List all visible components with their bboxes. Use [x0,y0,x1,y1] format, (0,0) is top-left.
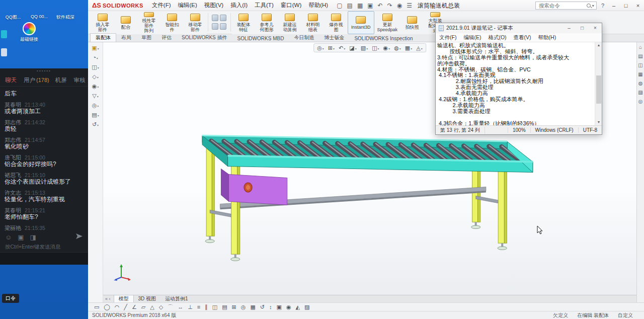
sketch-tool-icon[interactable]: ↕ [269,304,272,310]
ribbon-button[interactable]: 新建运 动算例 [278,11,301,34]
view-tool-icon[interactable]: ↶▾ [339,45,345,51]
menu-item[interactable]: 工具(T) [251,2,277,9]
command-tab[interactable]: 评估 [156,34,177,42]
desktop-icon[interactable]: QQ图... [2,1,24,21]
command-tab[interactable]: 布局 [116,34,136,42]
scroll-up-icon[interactable]: ▲ [595,42,602,48]
desktop-icon[interactable]: QQ 00... [28,1,50,21]
emoji-icon[interactable]: ☺ [5,233,12,241]
tree-tab-icon[interactable]: ◔▾ [93,54,98,61]
minimize-button[interactable]: – [562,23,576,33]
chat-drag-handle[interactable]: •••••• [0,68,88,74]
sketch-tool-icon[interactable]: ◫ [212,304,217,310]
view-tool-icon[interactable]: ◉▾ [383,45,390,51]
sketch-tool-icon[interactable]: ▨ [304,304,309,310]
desktop-icon-colorful[interactable]: 超磁链接 [15,22,43,43]
ribbon-button[interactable]: 插入零 部件 [91,11,114,34]
search-icon[interactable] [587,4,591,8]
command-tab[interactable]: SOLIDWORKS Inspection [349,35,418,42]
chat-tab[interactable]: 机屏 [55,76,68,84]
minimize-button[interactable]: – [609,3,619,9]
view-tool-icon[interactable]: ◫▾ [372,45,379,51]
ribbon-button[interactable]: 拍快照 [400,11,424,34]
ribbon-button[interactable]: 材料明 细表 [301,11,325,34]
ribbon-button[interactable]: 线性零部件 阵列 [137,11,160,34]
view-tool-icon[interactable]: ⊞▾ [328,45,335,51]
scroll-down-icon[interactable]: ▼ [595,119,602,125]
menu-item[interactable]: 帮助(H) [305,2,332,9]
partial-desktop-icon[interactable] [1,30,7,38]
tree-tab-icon[interactable]: ◫▾ [92,64,99,71]
sketch-tool-icon[interactable]: ◯ [104,304,110,310]
toolbar-icon[interactable]: ↷ [387,2,392,9]
view-tool-icon[interactable]: ◬▾ [416,45,422,51]
tree-tab-icon[interactable]: ◎▾ [92,102,99,109]
view-tool-icon[interactable]: ◪▾ [349,45,356,51]
chat-input[interactable] [0,252,88,265]
ribbon-button[interactable]: 参考几 何图形 [255,11,278,34]
close-button[interactable]: × [633,3,643,9]
ribbon-button[interactable]: 智能扣 件 [160,11,184,34]
maximize-button[interactable]: □ [576,23,589,33]
sketch-tool-icon[interactable]: ▱ [141,304,145,310]
tree-tab-icon[interactable]: ◉▾ [92,83,99,90]
password-chip[interactable]: 口令 [2,294,19,303]
menu-item[interactable]: 视图(V) [201,2,227,9]
ribbon-button[interactable]: 更新 Speedpak [374,11,401,34]
isolate-icon[interactable] [220,23,226,30]
assembly-visualization-icon[interactable] [220,15,226,21]
tree-tab-icon[interactable]: ▤▾ [92,112,99,119]
menu-item[interactable]: 帮助(H) [535,34,560,41]
sketch-tool-icon[interactable]: ⊞ [232,304,236,310]
command-tab[interactable]: 博士钣金 [319,34,349,42]
toolbar-icon[interactable]: ◉ [397,2,402,9]
image-icon[interactable]: ▣ [18,233,24,241]
sketch-tool-icon[interactable]: ▭ [94,304,99,310]
toolbar-icon[interactable]: ▤ [347,2,353,9]
task-pane-icon[interactable]: ⌂ [639,44,642,50]
tree-tab-icon[interactable]: ◇▾ [92,73,98,81]
viewport-tab[interactable]: 3D 视图 [134,295,161,302]
menu-item[interactable]: 格式(O) [485,34,510,41]
sketch-tool-icon[interactable]: ◉ [286,304,291,310]
menu-item[interactable]: 文件(F) [148,2,175,9]
ribbon-button[interactable]: 移动零 部件 [184,11,207,34]
scroll-thumb[interactable] [596,75,601,104]
sketch-tool-icon[interactable]: ∥ [205,304,208,310]
menu-item[interactable]: 插入(I) [227,2,251,9]
toolbar-icon[interactable]: ▣ [367,2,373,9]
command-tab[interactable]: SOLIDWORKS MBD [232,35,289,42]
command-tab[interactable]: 今日制造 [289,34,319,42]
desktop-icon[interactable]: 软件精深 [54,1,76,21]
menu-item[interactable]: 编辑(E) [174,2,200,9]
toolbar-icon[interactable]: ☰ [407,2,412,9]
sketch-tool-icon[interactable]: ▣ [277,304,282,310]
menu-item[interactable]: 窗口(W) [277,2,305,9]
tab-scroll-arrows[interactable]: « ‹ [105,296,111,301]
task-pane-icon[interactable]: ◫ [638,62,642,68]
view-tool-icon[interactable]: ▦▾ [405,45,412,51]
command-tab[interactable]: 草图 [136,34,156,42]
ribbon-button[interactable]: 装配体 特征 [232,11,255,34]
sketch-tool-icon[interactable]: ◭ [296,304,300,310]
sketch-tool-icon[interactable]: ≡ [197,304,200,310]
ribbon-button[interactable]: Instant3D [348,11,374,34]
toolbar-icon[interactable]: ▦ [357,2,363,9]
toolbar-icon[interactable]: ▢ [337,2,342,9]
command-tab[interactable]: 装配体 [90,33,116,42]
sketch-tool-icon[interactable]: ↺ [260,304,265,310]
task-pane-icon[interactable]: ▦ [638,71,642,77]
command-tab[interactable]: SOLIDWORKS 插件 [177,34,232,42]
chevron-down-icon[interactable]: ▾ [592,4,594,8]
task-pane-icon[interactable]: ◍ [638,81,643,86]
sketch-tool-icon[interactable]: ▦ [250,304,255,310]
help-button[interactable]: ? [599,3,607,9]
view-tool-icon[interactable]: ▧▾ [361,45,368,51]
menu-item[interactable]: 编辑(E) [460,34,485,41]
send-icon[interactable] [75,233,83,241]
sketch-tool-icon[interactable]: ⌒ [168,303,173,311]
task-pane-icon[interactable]: ▤ [638,53,642,59]
scrollbar[interactable]: ▲ ▼ [595,42,602,125]
notepad-text-area[interactable]: 输送机、积放式滚筒输送机。 按线体形式分：水平、倾斜、转弯。3.特点：可以输送单… [436,42,595,125]
screenshot-icon[interactable]: ◨ [30,233,36,241]
